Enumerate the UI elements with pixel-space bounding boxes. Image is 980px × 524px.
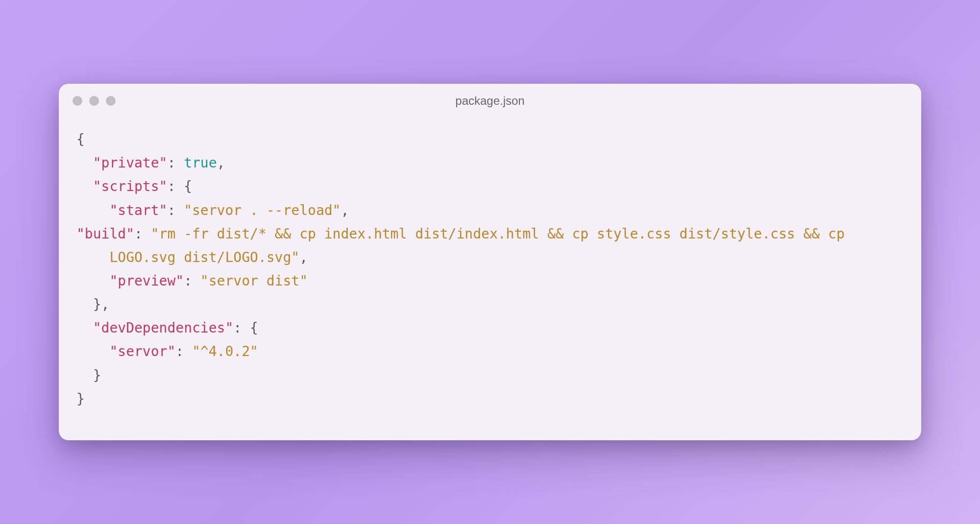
json-string: "rm -fr dist/* && cp index.html dist/ind… [109, 226, 853, 265]
brace: { [76, 131, 85, 147]
minimize-icon[interactable] [89, 96, 99, 106]
titlebar: package.json [59, 84, 921, 118]
json-key: "private" [93, 155, 168, 171]
brace: { [250, 320, 258, 336]
json-string: "servor dist" [200, 273, 308, 289]
json-key: "preview" [109, 273, 184, 289]
brace: } [93, 296, 101, 312]
maximize-icon[interactable] [106, 96, 116, 106]
json-key: "devDependencies" [93, 320, 234, 336]
json-key: "build" [76, 226, 134, 242]
code-content: {"private": true,"scripts": {"start": "s… [59, 118, 921, 440]
json-key: "start" [109, 202, 167, 218]
colon: : [134, 226, 151, 242]
brace: } [76, 391, 85, 407]
window-title: package.json [455, 94, 524, 108]
colon: : [167, 202, 184, 218]
json-string: "^4.0.2" [192, 343, 258, 359]
comma: , [217, 155, 225, 171]
json-string: "servor . --reload" [184, 202, 341, 218]
colon: : [167, 178, 184, 194]
close-icon[interactable] [73, 96, 82, 106]
json-key: "servor" [109, 343, 175, 359]
comma: , [299, 249, 308, 265]
colon: : [175, 343, 192, 359]
colon: : [167, 155, 184, 171]
window-controls [73, 96, 116, 106]
json-key: "scripts" [93, 178, 168, 194]
json-bool: true [184, 155, 217, 171]
editor-window: package.json {"private": true,"scripts":… [59, 84, 921, 440]
colon: : [233, 320, 250, 336]
comma: , [101, 296, 110, 312]
brace: } [93, 367, 101, 383]
brace: { [184, 178, 192, 194]
colon: : [184, 273, 200, 289]
comma: , [341, 202, 349, 218]
